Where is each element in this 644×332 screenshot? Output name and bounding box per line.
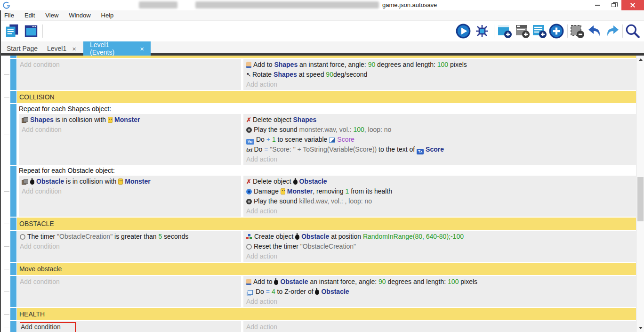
add-condition-button[interactable]: Add condition (20, 60, 241, 70)
close-button[interactable] (621, 0, 644, 10)
menu-view[interactable]: View (40, 10, 64, 21)
events-sheet: Add conditionAdd to Shapes an instant fo… (0, 56, 636, 332)
debugger-icon[interactable] (474, 23, 491, 40)
action-line[interactable]: VarDo + 1 to scene variable Score (246, 135, 636, 145)
action-line[interactable]: Add to Shapes an instant force, angle: 9… (246, 60, 636, 70)
conditions-column[interactable]: The timer "ObstacleCreation" is greater … (17, 231, 241, 262)
conditions-column[interactable]: Shapes is in collision with MonsterAdd c… (19, 114, 241, 165)
actions-column[interactable]: Add to Shapes an instant force, angle: 9… (243, 59, 636, 90)
delete-icon: ✗ (246, 115, 251, 125)
action-line[interactable]: Play the sound monster.wav, vol.: 100, l… (246, 125, 636, 135)
event-selector-bar[interactable] (10, 91, 16, 103)
menu-help[interactable]: Help (96, 10, 119, 21)
restore-button[interactable] (605, 0, 621, 10)
event-selector-bar[interactable] (10, 321, 16, 332)
tab-level1[interactable]: Level1 × (40, 41, 83, 56)
tab-level1-events[interactable]: Level1 (Events) × (83, 41, 151, 56)
add-action-button[interactable]: Add action (246, 206, 636, 216)
event-selector-bar[interactable] (10, 231, 16, 262)
conditions-column[interactable]: Add condition (17, 276, 241, 307)
event-selector-bar[interactable] (10, 218, 16, 230)
event-row[interactable]: Repeat for each Shapes object:Shapes is … (0, 104, 636, 165)
action-line[interactable]: Damage Monster, removing 1 from its heal… (246, 186, 636, 196)
scroll-up-arrow[interactable] (636, 56, 644, 64)
remove-frame-icon[interactable] (569, 23, 586, 40)
obstacle-icon (315, 290, 319, 295)
timer-icon (246, 244, 252, 250)
condition-line[interactable]: Obstacle is in collision with Monster (22, 177, 241, 186)
tab-start-page[interactable]: Start Page (0, 41, 44, 56)
conditions-column[interactable]: Add condition (17, 59, 241, 90)
search-icon[interactable] (624, 23, 641, 40)
add-condition-button[interactable]: Add condition (20, 277, 241, 287)
group-header-row[interactable]: COLLISION (0, 91, 636, 103)
close-tab-icon[interactable]: × (140, 45, 144, 53)
tree-branch (0, 231, 10, 262)
add-action-button[interactable]: Add action (246, 297, 636, 307)
action-line[interactable]: Play the sound killed.wav, vol.: , loop:… (246, 196, 636, 206)
scroll-thumb[interactable] (637, 177, 644, 221)
add-action-button[interactable]: Add action (246, 80, 636, 89)
actions-column[interactable]: Add action (243, 321, 636, 332)
group-header-row[interactable]: OBSTACLE (0, 218, 636, 230)
add-comment-icon[interactable] (531, 23, 548, 40)
action-line[interactable]: ↖Rotate Shapes at speed 90deg/second (246, 70, 636, 80)
add-new-icon[interactable] (548, 23, 565, 40)
menu-file[interactable]: File (0, 10, 19, 21)
event-row[interactable]: Add conditionAdd to Obstacle an instant … (0, 276, 636, 307)
action-line[interactable]: txtDo = "Score: " + ToString(Variable(Sc… (246, 145, 636, 154)
condition-line[interactable]: The timer "ObstacleCreation" is greater … (20, 232, 241, 242)
actions-column[interactable]: ✗Delete object ObstacleDamage Monster, r… (243, 176, 636, 217)
add-action-button[interactable]: Add action (246, 154, 636, 164)
event-selector-bar[interactable] (10, 308, 16, 320)
event-selector-bar[interactable] (10, 276, 16, 307)
event-row[interactable]: Repeat for each Obstacle object:Obstacle… (0, 166, 636, 217)
event-row[interactable]: The timer "ObstacleCreation" is greater … (0, 231, 636, 262)
project-manager-icon[interactable] (4, 23, 21, 40)
add-force-icon (246, 279, 251, 285)
add-action-button[interactable]: Add action (246, 251, 636, 261)
minimize-button[interactable] (589, 0, 605, 10)
close-tab-icon[interactable]: × (72, 45, 76, 53)
condition-line[interactable]: Shapes is in collision with Monster (22, 115, 241, 125)
event-row[interactable]: Add conditionAdd action (0, 321, 636, 332)
group-header-row[interactable]: HEALTH (0, 308, 636, 320)
actions-column[interactable]: Add to Obstacle an instant force, angle:… (243, 276, 636, 307)
menu-edit[interactable]: Edit (19, 10, 40, 21)
add-condition-button[interactable]: Add condition (20, 242, 241, 251)
add-condition-button[interactable]: Add condition (22, 186, 241, 196)
conditions-column[interactable]: Add condition (17, 321, 241, 332)
event-selector-bar[interactable] (10, 59, 16, 90)
repeat-event-header[interactable]: Repeat for each Shapes object: (17, 104, 636, 114)
group-label: COLLISION (19, 93, 55, 101)
event-selector-bar[interactable] (10, 104, 16, 165)
group-header-row[interactable]: Move obstacle (0, 263, 636, 275)
repeat-event-header[interactable]: Repeat for each Obstacle object: (17, 166, 636, 176)
action-line[interactable]: ✗Delete object Shapes (246, 115, 636, 125)
action-line[interactable]: Add to Obstacle an instant force, angle:… (246, 277, 636, 287)
conditions-column[interactable]: Obstacle is in collision with MonsterAdd… (19, 176, 241, 217)
add-event-icon[interactable] (496, 23, 513, 40)
event-selector-bar[interactable] (10, 166, 16, 217)
add-condition-button[interactable]: Add condition (22, 125, 241, 135)
actions-column[interactable]: ✗Delete object ShapesPlay the sound mons… (243, 114, 636, 165)
add-action-button[interactable]: Add action (246, 322, 636, 332)
scroll-down-arrow[interactable] (636, 324, 644, 332)
action-line[interactable]: Create object Obstacle at position Rando… (246, 232, 636, 242)
event-selector-bar[interactable] (10, 263, 16, 275)
action-line[interactable]: ✗Delete object Obstacle (246, 177, 636, 186)
redo-icon[interactable] (604, 23, 620, 40)
menu-window[interactable]: Window (64, 10, 96, 21)
play-icon[interactable] (455, 23, 472, 40)
action-line[interactable]: Do = 4 to Z-order of Obstacle (246, 287, 636, 297)
event-row[interactable]: Add conditionAdd to Shapes an instant fo… (0, 59, 636, 90)
actions-column[interactable]: Create object Obstacle at position Rando… (243, 231, 636, 262)
action-line[interactable]: Reset the timer "ObstacleCreation" (246, 242, 636, 251)
add-subevent-icon[interactable] (514, 23, 531, 40)
tree-branch (0, 218, 10, 230)
undo-icon[interactable] (587, 23, 604, 40)
event-selector-bar[interactable] (10, 56, 16, 58)
vertical-scrollbar[interactable] (636, 56, 644, 332)
scene-editor-icon[interactable] (23, 23, 40, 40)
add-condition-button[interactable]: Add condition (20, 322, 241, 332)
